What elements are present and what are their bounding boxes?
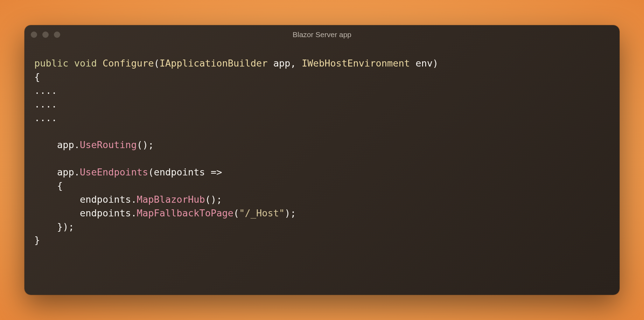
method-mapblazorhub: MapBlazorHub [137,194,205,205]
identifier-endpoints: endpoints [80,208,131,218]
keyword-void: void [74,58,97,69]
param-endpoints: endpoints [154,167,205,178]
close-icon[interactable] [31,32,37,38]
window-controls [31,32,60,38]
param-app: app [273,58,290,69]
code-editor-window: Blazor Server app public void Configure(… [24,25,620,295]
maximize-icon[interactable] [54,32,60,38]
brace-open: { [34,71,40,82]
brace-open: { [57,180,63,191]
param-env: env [415,58,433,69]
identifier-endpoints: endpoints [80,194,131,205]
type-iwebhostenvironment: IWebHostEnvironment [302,58,410,69]
keyword-public: public [34,58,69,69]
ellipsis-line: .... [34,85,57,96]
identifier-app: app [57,139,74,150]
lambda-arrow: => [205,167,222,178]
method-userouting: UseRouting [80,139,137,150]
string-host: "/_Host" [239,208,285,218]
ellipsis-line: .... [34,99,57,110]
method-mapfallbacktopage: MapFallbackToPage [137,208,233,218]
window-title: Blazor Server app [293,30,351,39]
type-iapplicationbuilder: IApplicationBuilder [160,58,268,69]
identifier-app: app [57,167,74,178]
minimize-icon[interactable] [42,32,49,38]
titlebar: Blazor Server app [24,25,620,44]
brace-close: } [34,235,40,245]
brace-close: }); [57,221,74,232]
method-configure: Configure [103,58,154,69]
ellipsis-line: .... [34,112,57,123]
code-content[interactable]: public void Configure(IApplicationBuilde… [24,44,620,257]
method-useendpoints: UseEndpoints [80,167,148,178]
